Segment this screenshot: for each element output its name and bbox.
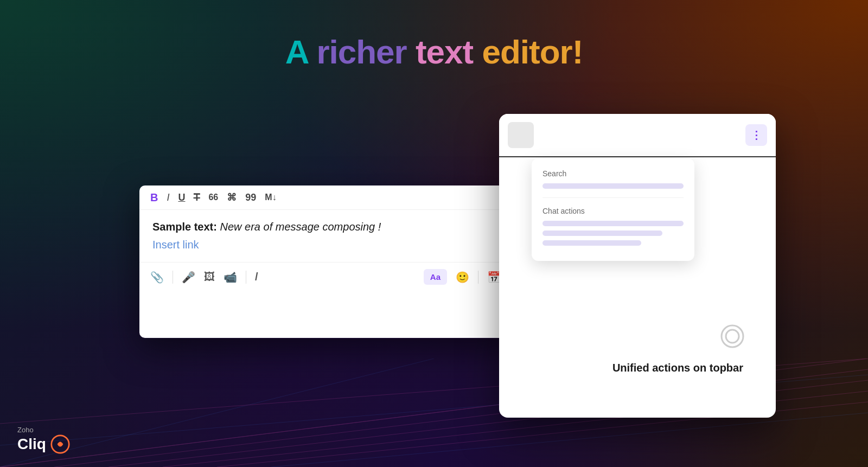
editor-content[interactable]: Sample text: New era of message composin… (139, 210, 512, 262)
image-button[interactable]: 🖼 (204, 271, 215, 283)
chat-actions-label: Chat actions (542, 207, 684, 215)
search-bar-1 (542, 183, 684, 189)
link-button[interactable]: ⌘ (227, 193, 237, 202)
cliq-row: Cliq (17, 434, 70, 454)
aa-button[interactable]: Aa (424, 269, 447, 285)
main-title: A richer text editor! (0, 33, 868, 71)
quote-button[interactable]: 99 (245, 193, 256, 202)
slash-button[interactable]: / (255, 271, 258, 283)
font-size-button[interactable]: 66 (208, 193, 218, 202)
title-richer: richer (316, 33, 406, 71)
sample-bold: Sample text: (152, 221, 217, 233)
svg-point-11 (726, 330, 739, 343)
sample-italic: New era of message composing ! (220, 221, 381, 233)
svg-point-10 (722, 325, 743, 347)
markdown-button[interactable]: M↓ (265, 193, 276, 202)
divider-1 (173, 271, 173, 284)
strikethrough-button[interactable]: T̶ (194, 193, 200, 202)
title-text: text (407, 33, 482, 71)
topbar-avatar (508, 122, 534, 148)
title-a: A (285, 33, 317, 71)
sample-text: Sample text: New era of message composin… (152, 221, 499, 233)
video-button[interactable]: 📹 (224, 271, 237, 284)
underline-button[interactable]: U (178, 193, 185, 202)
divider-3 (478, 271, 478, 284)
attach-button[interactable]: 📎 (150, 271, 164, 284)
unified-actions-text: Unified actions on topbar (612, 362, 743, 374)
editor-card: B I U T̶ 66 ⌘ 99 M↓ Sample text: New era… (138, 184, 513, 339)
connector-decoration (716, 320, 749, 353)
emoji-button[interactable]: 🙂 (456, 271, 469, 284)
search-section-label: Search (542, 169, 684, 178)
cliq-icon (50, 434, 70, 454)
action-bar-1 (542, 221, 684, 226)
action-bar-3 (542, 240, 641, 246)
cliq-text: Cliq (17, 436, 46, 453)
dropdown-panel: Search Chat actions (532, 158, 694, 261)
action-bar-2 (542, 231, 662, 236)
italic-button[interactable]: I (167, 193, 169, 202)
editor-toolbar: B I U T̶ 66 ⌘ 99 M↓ (139, 185, 512, 210)
bold-button[interactable]: B (150, 192, 158, 203)
mic-button[interactable]: 🎤 (182, 271, 195, 284)
topbar-dots-button[interactable]: ⋮ (745, 124, 767, 146)
zoho-cliq-logo: Zoho Cliq (17, 426, 70, 454)
zoho-text: Zoho (17, 426, 34, 433)
insert-link[interactable]: Insert link (152, 239, 199, 251)
title-editor: editor (482, 33, 572, 71)
divider-2 (246, 271, 246, 284)
title-exclamation: ! (572, 33, 583, 71)
right-card-topbar: ⋮ (499, 114, 776, 157)
dropdown-divider (542, 197, 684, 198)
svg-line-5 (271, 413, 868, 467)
editor-bottom-bar: 📎 🎤 🖼 📹 / Aa 🙂 📅 (139, 262, 512, 291)
right-card: ⋮ Search Chat actions Unified actions on… (499, 114, 776, 418)
dots-icon: ⋮ (751, 129, 762, 142)
